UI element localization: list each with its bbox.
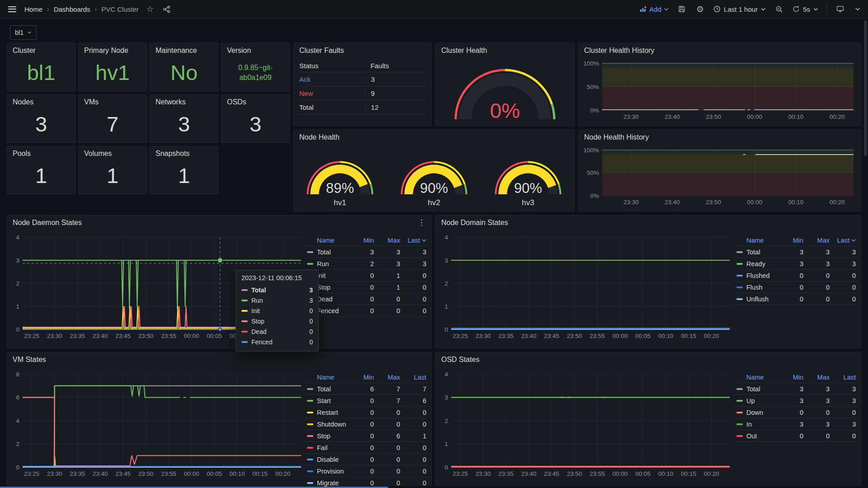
time-range-picker[interactable]: Last 1 hour bbox=[713, 5, 766, 13]
legend-row[interactable]: Disable 000 bbox=[303, 454, 429, 465]
legend-row[interactable]: In 333 bbox=[733, 418, 859, 430]
cluster-variable-dropdown[interactable]: bl1 bbox=[10, 25, 37, 40]
legend-column[interactable]: Last bbox=[830, 237, 856, 244]
legend-column[interactable]: Min bbox=[777, 237, 803, 244]
legend-row[interactable]: Up 333 bbox=[733, 395, 859, 407]
panel-title[interactable]: OSDs bbox=[222, 95, 289, 106]
panel-title[interactable]: Node Health History bbox=[579, 130, 861, 141]
chevron-down-icon bbox=[813, 8, 818, 11]
legend-row[interactable]: Dead 000 bbox=[303, 293, 429, 305]
legend-column[interactable]: Max bbox=[803, 374, 830, 381]
legend-column[interactable]: Min bbox=[348, 237, 374, 244]
panel-title[interactable]: Node Domain States bbox=[436, 216, 861, 227]
refresh-picker[interactable]: 5s bbox=[793, 5, 818, 13]
svg-text:00:10: 00:10 bbox=[230, 470, 245, 477]
panel-title[interactable]: Node Health bbox=[294, 130, 574, 141]
refresh-icon bbox=[793, 5, 800, 13]
legend-column[interactable]: Name bbox=[307, 237, 348, 244]
fault-count: 12 bbox=[365, 103, 426, 111]
legend-row[interactable]: Fenced 000 bbox=[303, 305, 429, 317]
legend-row[interactable]: Stop 061 bbox=[303, 430, 429, 442]
svg-text:0%: 0% bbox=[590, 192, 599, 199]
panel-title[interactable]: VM States bbox=[7, 352, 431, 364]
menu-icon[interactable] bbox=[6, 5, 18, 14]
legend-column[interactable]: Last bbox=[830, 374, 856, 381]
legend-row[interactable]: Down 000 bbox=[733, 407, 859, 418]
panel-title[interactable]: OSD States bbox=[436, 352, 861, 364]
legend-column[interactable]: Name bbox=[736, 374, 777, 381]
legend-row[interactable]: Init 010 bbox=[303, 270, 429, 282]
legend-row[interactable]: Shutdown 000 bbox=[303, 418, 429, 430]
fault-status: Ack bbox=[299, 75, 365, 83]
vertical-scrollbar[interactable] bbox=[864, 20, 867, 156]
panel-title[interactable]: Cluster Faults bbox=[294, 43, 431, 55]
panel-title[interactable]: Version bbox=[222, 43, 289, 55]
series-swatch bbox=[307, 435, 313, 437]
settings-gear-icon[interactable]: ⚙ bbox=[695, 3, 705, 16]
column-header[interactable]: Status bbox=[299, 62, 365, 70]
share-icon[interactable] bbox=[161, 4, 172, 14]
legend-column[interactable]: Min bbox=[348, 374, 374, 381]
legend-column[interactable]: Name bbox=[307, 374, 348, 381]
legend-row[interactable]: Total 333 bbox=[733, 383, 859, 395]
node-domain-states-chart[interactable]: 0123423:2523:3023:3523:4023:4523:5023:55… bbox=[439, 233, 732, 346]
legend-row[interactable]: Total 677 bbox=[303, 383, 429, 395]
legend-row[interactable]: Total 333 bbox=[733, 246, 859, 258]
legend-row[interactable]: Start 076 bbox=[303, 395, 429, 407]
legend-column[interactable]: Min bbox=[777, 374, 803, 381]
svg-text:100%: 100% bbox=[583, 147, 599, 154]
breadcrumb-home[interactable]: Home bbox=[24, 5, 42, 13]
legend-row[interactable]: Flushed 000 bbox=[733, 270, 859, 282]
legend-row[interactable]: Run 233 bbox=[303, 258, 429, 270]
legend-column[interactable]: Last bbox=[400, 374, 426, 381]
legend-column[interactable]: Max bbox=[374, 237, 400, 244]
column-header[interactable]: Faults bbox=[365, 62, 426, 70]
legend-column[interactable]: Max bbox=[374, 374, 400, 381]
save-icon[interactable] bbox=[677, 4, 687, 14]
svg-text:00:20: 00:20 bbox=[704, 333, 719, 339]
stat-value: bl1 bbox=[7, 57, 75, 88]
svg-text:00:15: 00:15 bbox=[252, 470, 268, 477]
panel-title[interactable]: Primary Node bbox=[79, 43, 146, 55]
legend-row[interactable]: Ready 333 bbox=[733, 258, 859, 270]
legend-row[interactable]: Fail 000 bbox=[303, 442, 429, 454]
legend-column[interactable]: Max bbox=[803, 237, 830, 244]
osd-states-chart[interactable]: 0123423:2523:3023:3523:4023:4523:5023:55… bbox=[439, 370, 732, 483]
legend-row[interactable]: Restart 000 bbox=[303, 407, 429, 418]
legend-row[interactable]: Total 333 bbox=[303, 246, 429, 258]
legend-column[interactable]: Last bbox=[400, 237, 426, 244]
svg-text:1: 1 bbox=[444, 441, 448, 447]
svg-text:00:20: 00:20 bbox=[830, 199, 845, 206]
legend-row[interactable]: Unflush 000 bbox=[733, 293, 859, 305]
chevron-right-icon: › bbox=[95, 5, 97, 13]
legend-row[interactable]: Stop 010 bbox=[303, 282, 429, 293]
panel-title[interactable]: Networks bbox=[150, 95, 218, 106]
panel-title[interactable]: Cluster bbox=[7, 43, 75, 55]
svg-text:00:00: 00:00 bbox=[184, 333, 199, 339]
panel-title[interactable]: VMs bbox=[79, 95, 146, 106]
chevron-down-icon[interactable] bbox=[854, 6, 862, 12]
star-icon[interactable]: ☆ bbox=[145, 4, 155, 14]
panel-title[interactable]: Maintenance bbox=[150, 43, 218, 55]
panel-stat-cluster: Cluster bl1 bbox=[7, 43, 75, 91]
vm-states-chart[interactable]: 0246823:2523:3023:3523:4023:4523:5023:55… bbox=[11, 370, 304, 483]
legend-row[interactable]: Provision 000 bbox=[303, 465, 429, 477]
legend-row[interactable]: Out 000 bbox=[733, 430, 859, 442]
kiosk-monitor-icon[interactable] bbox=[835, 4, 845, 14]
legend-row[interactable]: Flush 000 bbox=[733, 282, 859, 293]
legend-column[interactable]: Name bbox=[736, 237, 777, 244]
zoom-out-icon[interactable] bbox=[774, 4, 784, 14]
panel-title[interactable]: Pools bbox=[7, 146, 75, 158]
panel-title[interactable]: Snapshots bbox=[150, 146, 218, 158]
panel-title[interactable]: Cluster Health bbox=[436, 43, 574, 55]
node-health-history-chart[interactable]: 0%50%100%23:3023:4023:5000:0000:1000:20 bbox=[581, 145, 858, 209]
panel-title[interactable]: Node Daemon States bbox=[7, 216, 431, 227]
panel-title[interactable]: Nodes bbox=[7, 95, 75, 106]
add-button[interactable]: Add bbox=[640, 5, 669, 13]
svg-text:50%: 50% bbox=[587, 169, 599, 176]
panel-title[interactable]: Cluster Health History bbox=[579, 43, 861, 55]
panel-title[interactable]: Volumes bbox=[79, 146, 146, 158]
breadcrumb-dashboards[interactable]: Dashboards bbox=[54, 5, 90, 13]
cluster-health-history-chart[interactable]: 0%50%100%23:3023:4023:5000:0000:1000:20 bbox=[581, 59, 858, 124]
panel-menu-icon[interactable]: ⋮ bbox=[416, 218, 428, 227]
